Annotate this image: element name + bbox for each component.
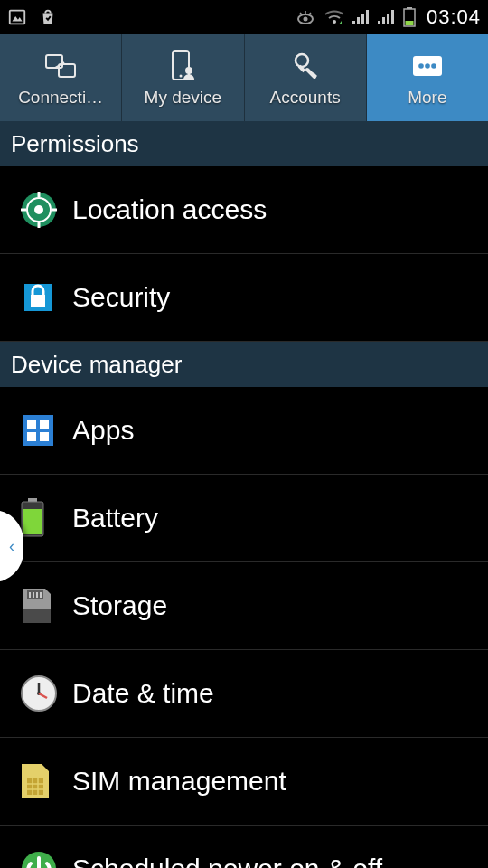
svg-point-30	[34, 205, 43, 214]
svg-rect-0	[10, 11, 25, 24]
svg-marker-5	[339, 21, 342, 24]
svg-rect-8	[361, 14, 364, 24]
svg-rect-36	[31, 295, 45, 307]
sim-icon	[20, 761, 70, 801]
svg-marker-1	[13, 16, 23, 22]
more-icon	[409, 48, 446, 84]
row-storage[interactable]: Storage	[0, 562, 488, 650]
svg-rect-47	[33, 592, 34, 598]
row-label: SIM management	[72, 766, 286, 797]
svg-rect-13	[391, 10, 394, 24]
storage-icon	[20, 586, 70, 626]
row-label: Apps	[72, 415, 134, 446]
svg-point-21	[185, 67, 192, 74]
svg-point-27	[431, 63, 436, 69]
svg-point-20	[180, 75, 183, 78]
tab-more[interactable]: More	[367, 34, 488, 121]
svg-rect-48	[36, 592, 38, 598]
row-label: Date & time	[72, 678, 214, 709]
signal-1-icon	[352, 8, 371, 26]
svg-rect-42	[28, 498, 37, 502]
row-label: Storage	[72, 590, 167, 621]
wifi-icon	[324, 8, 345, 26]
clock-icon	[20, 674, 70, 713]
svg-rect-33	[21, 209, 26, 212]
tab-connections[interactable]: Connecti…	[0, 34, 122, 121]
row-scheduled-power[interactable]: Scheduled power on & off	[0, 826, 488, 868]
svg-rect-49	[40, 592, 42, 598]
svg-rect-39	[40, 420, 49, 429]
svg-rect-18	[59, 64, 75, 77]
location-icon	[20, 190, 70, 230]
svg-point-22	[296, 54, 308, 67]
row-label: Location access	[72, 194, 267, 225]
accounts-icon	[289, 48, 322, 84]
eye-icon	[295, 8, 316, 26]
row-sim-management[interactable]: SIM management	[0, 738, 488, 826]
svg-rect-7	[357, 17, 360, 24]
battery-row-icon	[20, 498, 70, 538]
svg-rect-9	[366, 10, 369, 24]
row-label: Scheduled power on & off	[72, 854, 382, 868]
signal-2-icon	[378, 8, 396, 26]
svg-rect-41	[40, 432, 49, 441]
battery-icon	[403, 7, 416, 27]
section-header-device-manager: Device manager	[0, 342, 488, 387]
svg-rect-16	[405, 21, 413, 25]
svg-rect-11	[382, 17, 385, 24]
svg-rect-50	[23, 609, 51, 623]
svg-rect-40	[27, 432, 36, 441]
tab-accounts[interactable]: Accounts	[245, 34, 367, 121]
row-battery[interactable]: Battery	[0, 475, 488, 562]
svg-point-26	[425, 63, 430, 69]
svg-rect-32	[38, 222, 41, 228]
svg-point-25	[418, 63, 424, 69]
shopping-icon	[38, 7, 58, 27]
svg-rect-10	[378, 21, 380, 24]
svg-rect-6	[352, 21, 355, 24]
tab-label: Connecti…	[13, 88, 108, 108]
status-bar: 03:04	[0, 0, 488, 34]
svg-rect-46	[29, 592, 31, 598]
connections-icon	[42, 48, 79, 84]
chevron-left-icon: ‹	[9, 537, 14, 556]
svg-rect-55	[27, 778, 43, 795]
settings-tabs: Connecti… My device Accounts More	[0, 34, 488, 121]
svg-rect-38	[27, 420, 36, 429]
svg-rect-31	[38, 192, 41, 197]
clock-text: 03:04	[427, 5, 481, 29]
svg-point-3	[303, 17, 307, 22]
apps-icon	[20, 410, 70, 450]
lock-icon	[20, 278, 70, 317]
row-label: Battery	[72, 503, 158, 533]
row-security[interactable]: Security	[0, 254, 488, 342]
svg-rect-34	[52, 209, 57, 212]
picture-icon	[7, 7, 27, 27]
row-date-time[interactable]: Date & time	[0, 650, 488, 738]
section-header-permissions: Permissions	[0, 121, 488, 166]
tab-my-device[interactable]: My device	[122, 34, 244, 121]
row-label: Security	[72, 282, 170, 313]
svg-rect-12	[387, 14, 389, 24]
tab-label: My device	[139, 88, 228, 108]
row-apps[interactable]: Apps	[0, 387, 488, 475]
svg-rect-44	[23, 509, 42, 534]
power-icon	[20, 849, 70, 868]
tab-label: Accounts	[265, 88, 346, 108]
row-location-access[interactable]: Location access	[0, 166, 488, 254]
tab-label: More	[402, 88, 452, 108]
svg-point-4	[333, 20, 336, 24]
my-device-icon	[167, 48, 198, 84]
